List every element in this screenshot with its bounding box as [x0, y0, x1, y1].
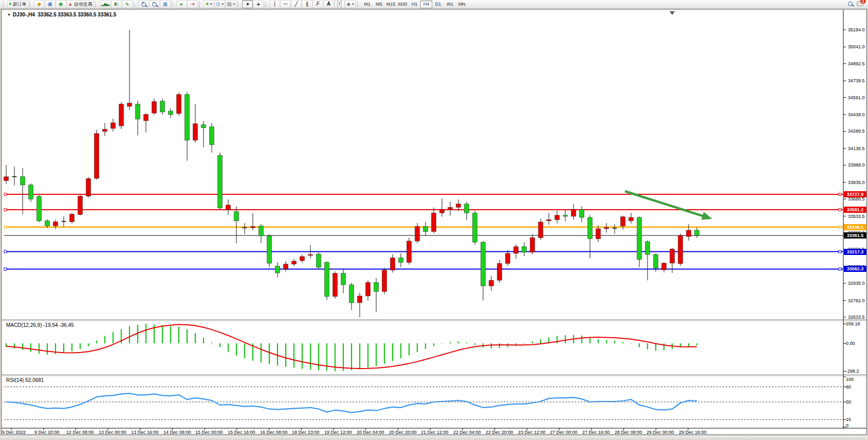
level-price-label: 33217.3	[844, 249, 866, 255]
time-axis-label: 27 Dec 16:00	[582, 430, 610, 435]
bull-candle	[333, 273, 338, 297]
time-axis-label: 18 Dec 23:00	[292, 430, 320, 435]
price-tick-label: 34438.0	[848, 112, 865, 117]
chart-shift-marker[interactable]	[670, 11, 675, 15]
bull-candle	[497, 264, 502, 281]
chart-dropdown-icon[interactable]: ▼	[7, 13, 11, 16]
rsi-scale-label: 80	[846, 384, 851, 390]
bull-candle	[604, 228, 609, 229]
bull-candle	[152, 102, 157, 113]
bear-candle	[654, 254, 658, 268]
bull-candle	[86, 179, 91, 196]
line-anchor[interactable]	[4, 226, 7, 228]
time-axis-label: 20 Dec 20:00	[389, 430, 417, 435]
bull-candle	[432, 213, 436, 231]
price-tick-label: 32633.5	[848, 315, 865, 320]
bull-candle	[530, 237, 535, 252]
bear-candle	[473, 213, 477, 242]
time-axis-label: 20 Dec 04:00	[357, 430, 384, 435]
rsi-scale-label: 0	[846, 423, 848, 428]
rsi-scale-label: 50	[846, 399, 851, 405]
price-tick-label: 33533.5	[848, 214, 865, 219]
bear-candle	[218, 155, 223, 208]
bull-candle	[358, 296, 362, 303]
line-anchor[interactable]	[839, 208, 841, 211]
bear-candle	[259, 226, 264, 236]
bear-candle	[210, 127, 214, 145]
rsi-indicator-label: RSI(14) 52.0681	[6, 377, 44, 383]
time-axis-label: 22 Dec 20:00	[486, 430, 513, 435]
bull-candle	[292, 261, 297, 264]
bear-candle	[275, 266, 280, 273]
line-anchor[interactable]	[4, 250, 7, 253]
bear-candle	[234, 212, 239, 221]
bear-candle	[267, 236, 272, 263]
time-axis-label: 9 Dec 20:00	[34, 430, 60, 435]
line-anchor[interactable]	[4, 208, 7, 211]
line-anchor[interactable]	[4, 268, 7, 270]
bull-candle	[70, 214, 75, 222]
bull-candle	[662, 263, 667, 270]
time-axis-label: 9 Dec 2022	[2, 430, 26, 435]
bull-candle	[127, 103, 132, 106]
time-axis-label: 23 Dec 12:00	[518, 430, 546, 435]
status-bar	[0, 435, 868, 440]
bull-candle	[4, 177, 9, 181]
line-anchor[interactable]	[839, 193, 841, 196]
bear-candle	[169, 111, 173, 115]
bull-candle	[687, 230, 691, 236]
bull-candle	[596, 229, 601, 239]
bear-candle	[588, 217, 593, 239]
bull-candle	[621, 217, 625, 226]
trend-arrow-line[interactable]	[625, 191, 706, 217]
bull-candle	[111, 123, 116, 129]
current-price-label: 33361.5	[844, 232, 866, 239]
time-axis-label: 28 Dec 08:00	[615, 430, 642, 435]
bear-candle	[317, 254, 321, 267]
line-anchor[interactable]	[4, 193, 7, 196]
time-axis-label: 27 Dec 00:00	[550, 430, 578, 435]
bull-candle	[78, 196, 83, 215]
mt4-application-window: +新订单◆▣◉▲自动交易▂▅▃▮▯∿+−▦▸⇥+▾◷▾▨▾➤+|─╱∥FAT◈▾…	[0, 0, 868, 440]
level-price-label: 33062.3	[844, 266, 866, 272]
rsi-scale-label: 100	[846, 377, 854, 382]
bull-candle	[144, 115, 149, 121]
bear-candle	[45, 221, 50, 226]
time-axis-label: 15 Dec 16:00	[228, 430, 255, 435]
bull-candle	[251, 227, 255, 228]
level-price-label: 33727.9	[844, 191, 866, 197]
time-axis-label: 29 Dec 00:00	[647, 430, 674, 435]
bull-candle	[119, 104, 124, 126]
price-tick-label: 34739.5	[848, 78, 865, 83]
price-tick-label: 33988.0	[848, 162, 865, 168]
macd-scale-label: 0.00	[846, 341, 855, 346]
bull-candle	[514, 247, 519, 253]
time-axis-label: 14 Dec 08:00	[163, 430, 191, 435]
bear-candle	[522, 247, 527, 252]
bear-candle	[349, 285, 354, 303]
price-tick-label: 35041.0	[848, 44, 865, 49]
chart-ohlc-values: 33362.5 33363.5 33360.5 33361.5	[38, 12, 116, 17]
macd-scale-label: -298.2	[846, 369, 859, 374]
time-axis-label: 29 Dec 16:00	[679, 430, 707, 435]
level-price-label: 33591.2	[844, 207, 866, 213]
price-tick-label: 33835.0	[848, 180, 865, 185]
price-tick-label: 34591.0	[848, 95, 865, 100]
bull-candle	[555, 215, 560, 220]
bear-candle	[185, 95, 190, 140]
macd-indicator-label: MACD(12,26,9) -19.54 -36.45	[6, 322, 74, 328]
line-anchor[interactable]	[839, 226, 841, 228]
line-anchor[interactable]	[839, 250, 841, 253]
time-axis-label: 12 Dec 08:00	[66, 430, 94, 435]
bull-candle	[440, 210, 445, 213]
macd-scale-label: 209.18	[846, 321, 860, 326]
line-anchor[interactable]	[839, 268, 841, 270]
bear-candle	[29, 185, 33, 199]
bear-candle	[465, 204, 469, 213]
bear-candle	[341, 273, 346, 285]
trend-arrow-head[interactable]	[701, 212, 713, 219]
price-chart-canvas[interactable]	[0, 0, 868, 440]
bull-candle	[382, 270, 387, 292]
time-axis-label: 19 Dec 12:00	[324, 430, 352, 435]
bull-candle	[506, 253, 510, 264]
